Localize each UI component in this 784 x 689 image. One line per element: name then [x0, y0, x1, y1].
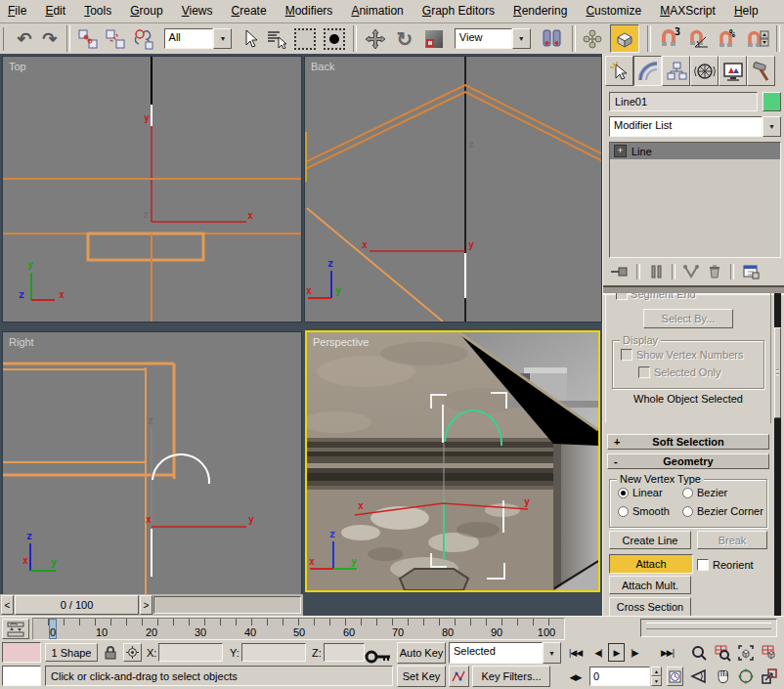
reorient-checkbox[interactable]	[697, 559, 709, 571]
go-to-start-button[interactable]: |◀◀	[565, 643, 586, 663]
lock-selection-icon[interactable]	[102, 643, 119, 662]
zoom-extents-all-button[interactable]	[759, 642, 780, 664]
modifier-list-combo[interactable]: Modifier List ▼	[609, 116, 781, 137]
spinner-snap-toggle-icon[interactable]	[743, 26, 772, 52]
open-mini-curve-editor-button[interactable]	[2, 619, 29, 639]
selection-filter-arrow-icon[interactable]: ▼	[213, 28, 232, 49]
coordsys-arrow-icon[interactable]: ▼	[512, 28, 531, 49]
break-button[interactable]: Break	[697, 531, 767, 549]
key-filter-set-combo[interactable]: Selected ▼	[449, 642, 561, 664]
frame-spinner[interactable]: ▲ ▼	[651, 667, 662, 687]
time-slider-next-button[interactable]: >	[140, 595, 152, 615]
select-by-name-icon[interactable]	[263, 26, 290, 52]
select-and-manipulate-icon[interactable]	[580, 26, 607, 52]
geometry-collapse-icon[interactable]: -	[614, 454, 618, 468]
show-end-result-icon[interactable]	[644, 263, 668, 280]
set-key-button[interactable]: Set Key	[397, 666, 446, 687]
menu-create[interactable]: Create	[224, 0, 275, 22]
selection-filter-combo[interactable]: All ▼	[164, 28, 233, 49]
segment-end-checkbox[interactable]	[616, 293, 628, 300]
frame-spin-up-icon[interactable]: ▲	[651, 667, 662, 676]
viewport-right[interactable]: Right z x y z y x	[2, 331, 302, 595]
bezier-corner-radio[interactable]	[682, 506, 693, 517]
tab-motion[interactable]	[690, 56, 719, 86]
select-and-rotate-icon[interactable]: ↻	[390, 26, 419, 52]
absolute-offset-toggle[interactable]	[123, 643, 142, 662]
go-to-end-button[interactable]: ▶▶|	[656, 643, 678, 663]
zoom-extents-button[interactable]	[735, 642, 757, 664]
next-frame-button[interactable]: |▶	[626, 643, 643, 663]
stack-expand-icon[interactable]: +	[614, 145, 627, 157]
viewport-top[interactable]: Top x z y y x z	[2, 56, 302, 323]
window-crossing-icon[interactable]	[320, 26, 349, 52]
arc-rotate-button[interactable]	[735, 666, 757, 687]
attach-mult-button[interactable]: Attach Mult.	[609, 576, 691, 594]
object-name-field[interactable]: Line01	[609, 92, 758, 111]
pin-stack-icon[interactable]	[607, 263, 632, 280]
rollout-scrollbar-thumb[interactable]	[774, 327, 781, 418]
rollout-soft-selection[interactable]: + Soft Selection	[607, 434, 769, 450]
min-max-toggle-button[interactable]	[759, 666, 780, 687]
linear-radio[interactable]	[618, 488, 629, 498]
tab-utilities[interactable]	[747, 56, 775, 86]
trackbar-ruler[interactable]: 0 10 20 30 40 50 60 70 80 90 100	[32, 618, 565, 640]
show-vertex-numbers-checkbox[interactable]	[621, 349, 632, 361]
zoom-button[interactable]	[688, 642, 710, 664]
rollout-scrollbar-track[interactable]	[774, 293, 781, 616]
current-frame-field[interactable]	[589, 667, 650, 686]
create-line-button[interactable]: Create Line	[609, 531, 691, 549]
bezier-radio[interactable]	[682, 488, 693, 498]
time-slider-prev-button[interactable]: <	[1, 595, 14, 615]
select-and-move-icon[interactable]	[361, 26, 390, 52]
menu-group[interactable]: Group	[122, 0, 170, 22]
rollout-geometry[interactable]: - Geometry	[607, 453, 769, 469]
attach-button[interactable]: Attach	[609, 554, 693, 574]
viewport-perspective-canvas[interactable]: x y z x y	[307, 332, 598, 590]
select-and-link-icon[interactable]	[74, 26, 102, 52]
tab-hierarchy[interactable]	[662, 56, 690, 86]
menu-edit[interactable]: Edit	[37, 0, 73, 22]
unlink-selection-icon[interactable]	[102, 26, 129, 52]
snaps-toggle-3d-icon[interactable]: 3	[655, 26, 684, 52]
selected-only-checkbox[interactable]	[638, 366, 650, 378]
soft-selection-expand-icon[interactable]: +	[614, 435, 620, 449]
menu-views[interactable]: Views	[174, 0, 221, 22]
redo-icon[interactable]: ↷	[37, 26, 63, 52]
z-input[interactable]	[324, 643, 365, 662]
viewport-back-canvas[interactable]: z x y z x y	[305, 57, 601, 322]
modifier-stack-row[interactable]: + Line	[610, 143, 780, 159]
tab-display[interactable]	[719, 56, 747, 86]
macro-recorder-minifield[interactable]	[2, 642, 41, 663]
y-input[interactable]	[241, 643, 306, 662]
default-in-out-tangents-button[interactable]	[449, 666, 469, 687]
tab-modify[interactable]	[633, 56, 662, 86]
viewport-back[interactable]: Back z x y z x y	[304, 56, 602, 323]
auto-key-button[interactable]: Auto Key	[397, 642, 446, 664]
undo-icon[interactable]: ↶	[12, 26, 37, 52]
tab-create[interactable]	[605, 56, 633, 86]
angle-snap-toggle-icon[interactable]	[684, 26, 714, 52]
time-configuration-button[interactable]	[667, 667, 683, 686]
select-object-icon[interactable]	[238, 26, 263, 52]
time-slider-track[interactable]	[153, 596, 301, 614]
viewport-perspective[interactable]: Perspective	[305, 330, 600, 592]
modifier-stack-list[interactable]: + Line	[609, 142, 781, 258]
percent-snap-toggle-icon[interactable]: %	[714, 26, 743, 52]
rectangular-selection-region-icon[interactable]	[290, 26, 320, 52]
reference-coordsys-combo[interactable]: View ▼	[455, 28, 531, 49]
menu-maxscript[interactable]: MAXScript	[652, 0, 723, 22]
viewport-right-canvas[interactable]: z x y z y x	[3, 332, 301, 594]
cross-section-button[interactable]: Cross Section	[609, 597, 691, 616]
keyboard-shortcut-override-toggle[interactable]	[610, 24, 639, 53]
select-and-scale-icon[interactable]	[419, 26, 449, 52]
remove-modifier-icon[interactable]	[703, 263, 726, 280]
menu-help[interactable]: Help	[726, 0, 766, 22]
menu-customize[interactable]: Customize	[578, 0, 649, 22]
menu-file[interactable]: File	[0, 0, 34, 22]
bind-to-space-warp-icon[interactable]	[129, 26, 158, 52]
time-slider-grip[interactable]: 0 / 100	[15, 595, 139, 615]
menu-animation[interactable]: Animation	[343, 0, 411, 22]
use-pivot-center-icon[interactable]	[537, 26, 568, 52]
menu-graph-editors[interactable]: Graph Editors	[414, 0, 502, 22]
make-unique-icon[interactable]	[679, 263, 703, 280]
